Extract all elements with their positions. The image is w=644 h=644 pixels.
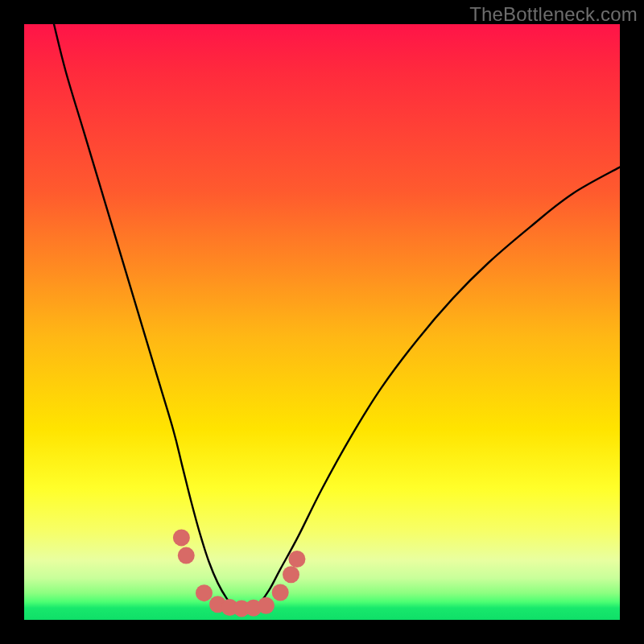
curve-layer [24,24,620,620]
highlight-dot [196,584,213,601]
curve-right-branch [245,167,620,613]
highlight-dot [178,547,195,564]
marker-group [173,529,306,617]
plot-area [24,24,620,620]
chart-stage: TheBottleneck.com [0,0,644,644]
highlight-dot [272,584,289,601]
highlight-dot [258,597,275,614]
highlight-dot [283,566,299,583]
curve-left-branch [54,24,245,613]
curve-group [54,24,620,613]
highlight-dot [288,551,305,568]
highlight-dot [173,529,190,546]
watermark-text: TheBottleneck.com [469,3,638,26]
